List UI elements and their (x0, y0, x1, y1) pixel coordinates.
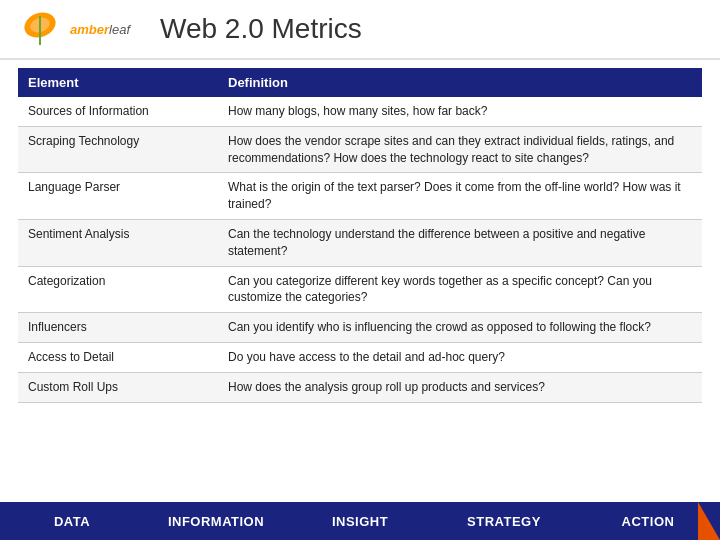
footer: DATAINFORMATIONINSIGHTSTRATEGYACTION (0, 502, 720, 540)
footer-nav: DATAINFORMATIONINSIGHTSTRATEGYACTION (0, 506, 720, 537)
col-definition: Definition (218, 68, 702, 97)
col-element: Element (18, 68, 218, 97)
header: amberleaf Web 2.0 Metrics (0, 0, 720, 60)
cell-element: Access to Detail (18, 342, 218, 372)
table-header-row: Element Definition (18, 68, 702, 97)
table-container: Element Definition Sources of Informatio… (0, 60, 720, 403)
cell-definition: Can you categorize different key words t… (218, 266, 702, 313)
logo-area: amberleaf (20, 11, 130, 47)
cell-definition: How does the analysis group roll up prod… (218, 372, 702, 402)
footer-nav-item-insight[interactable]: INSIGHT (288, 506, 432, 537)
footer-nav-item-data[interactable]: DATA (0, 506, 144, 537)
logo-icon (20, 11, 60, 47)
cell-definition: How does the vendor scrape sites and can… (218, 126, 702, 173)
table-row: Custom Roll UpsHow does the analysis gro… (18, 372, 702, 402)
table-row: Sources of InformationHow many blogs, ho… (18, 97, 702, 126)
table-row: CategorizationCan you categorize differe… (18, 266, 702, 313)
table-row: Sentiment AnalysisCan the technology und… (18, 219, 702, 266)
table-row: Access to DetailDo you have access to th… (18, 342, 702, 372)
cell-definition: What is the origin of the text parser? D… (218, 173, 702, 220)
metrics-table: Element Definition Sources of Informatio… (18, 68, 702, 403)
logo-text: amberleaf (70, 20, 130, 38)
cell-element: Custom Roll Ups (18, 372, 218, 402)
cell-definition: Do you have access to the detail and ad-… (218, 342, 702, 372)
table-row: InfluencersCan you identify who is influ… (18, 313, 702, 343)
cell-element: Influencers (18, 313, 218, 343)
footer-nav-item-strategy[interactable]: STRATEGY (432, 506, 576, 537)
page-title: Web 2.0 Metrics (160, 13, 362, 45)
cell-definition: Can you identify who is influencing the … (218, 313, 702, 343)
cell-element: Language Parser (18, 173, 218, 220)
footer-arrow-icon (698, 502, 720, 540)
table-row: Scraping TechnologyHow does the vendor s… (18, 126, 702, 173)
cell-element: Scraping Technology (18, 126, 218, 173)
cell-definition: Can the technology understand the differ… (218, 219, 702, 266)
footer-nav-item-information[interactable]: INFORMATION (144, 506, 288, 537)
cell-element: Categorization (18, 266, 218, 313)
table-row: Language ParserWhat is the origin of the… (18, 173, 702, 220)
cell-element: Sentiment Analysis (18, 219, 218, 266)
cell-definition: How many blogs, how many sites, how far … (218, 97, 702, 126)
cell-element: Sources of Information (18, 97, 218, 126)
